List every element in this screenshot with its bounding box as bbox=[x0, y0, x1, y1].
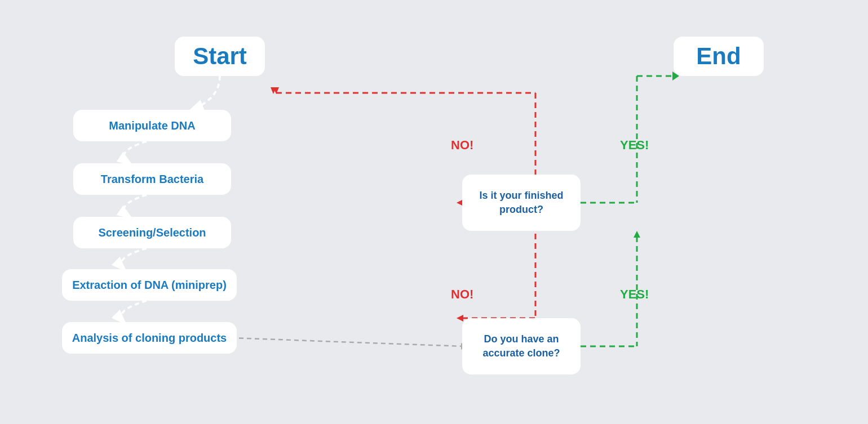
svg-marker-13 bbox=[634, 231, 640, 238]
step5-box: Analysis of cloning products bbox=[62, 322, 237, 354]
svg-marker-1 bbox=[273, 87, 279, 94]
step2-box: Transform Bacteria bbox=[73, 163, 231, 195]
end-label: End bbox=[696, 43, 741, 70]
flowchart-diagram: Start End Manipulate DNA Transform Bacte… bbox=[0, 0, 868, 424]
step3-box: Screening/Selection bbox=[73, 217, 231, 248]
step1-box: Manipulate DNA bbox=[73, 110, 231, 141]
yes1-label: YES! bbox=[620, 138, 649, 153]
question1-box: Is it your finished product? bbox=[462, 175, 581, 231]
question2-box: Do you have an accurate clone? bbox=[462, 318, 581, 374]
step4-label: Extraction of DNA (miniprep) bbox=[72, 279, 227, 292]
no2-label: NO! bbox=[451, 287, 473, 302]
start-label: Start bbox=[193, 43, 247, 70]
svg-marker-2 bbox=[271, 87, 276, 94]
yes2-label: YES! bbox=[620, 287, 649, 302]
question1-label: Is it your finished product? bbox=[469, 189, 574, 217]
step5-label: Analysis of cloning products bbox=[72, 332, 227, 345]
step1-label: Manipulate DNA bbox=[109, 119, 195, 132]
step4-box: Extraction of DNA (miniprep) bbox=[62, 269, 237, 301]
end-box: End bbox=[674, 37, 764, 76]
start-box: Start bbox=[175, 37, 265, 76]
no1-label: NO! bbox=[451, 138, 473, 153]
step2-label: Transform Bacteria bbox=[101, 173, 203, 186]
svg-line-9 bbox=[231, 338, 462, 346]
question2-label: Do you have an accurate clone? bbox=[469, 332, 574, 360]
step3-label: Screening/Selection bbox=[98, 226, 206, 239]
svg-marker-8 bbox=[457, 315, 463, 322]
